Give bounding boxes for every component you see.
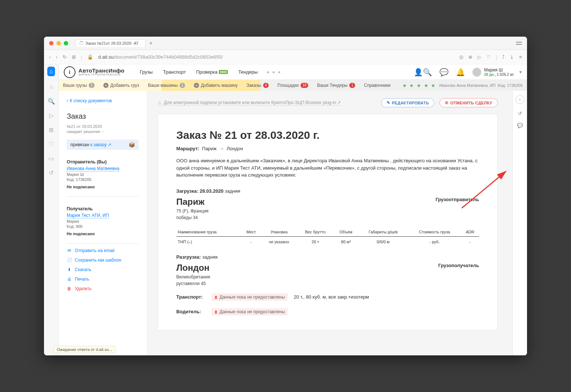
hourglass-icon: ⧗ bbox=[214, 295, 217, 300]
unloading-addr1: Великобритания bbox=[176, 274, 210, 280]
chat-icon[interactable]: 💬 bbox=[436, 68, 452, 77]
window-controls[interactable] bbox=[49, 41, 68, 45]
sender-contact: Мария Ш bbox=[67, 172, 139, 177]
loading-city: Париж bbox=[176, 197, 209, 207]
subnav-add-truck[interactable]: +Добавить машину bbox=[189, 80, 242, 91]
back-to-list[interactable]: ‹ К списку документов bbox=[67, 98, 139, 103]
consignee-label: Грузополучатель bbox=[438, 263, 479, 268]
driver-row: Водитель: ⧗Данные пока не предоставлены bbox=[176, 308, 479, 315]
package-icon: 📦 bbox=[129, 142, 135, 148]
unloading-info: Разгрузка: задняя bbox=[176, 254, 479, 260]
menu-icon[interactable] bbox=[516, 42, 522, 45]
hourglass-icon: ⧗ bbox=[214, 309, 217, 314]
star-outline-icon[interactable]: ☆ bbox=[49, 84, 54, 90]
spinner-icon bbox=[80, 41, 83, 45]
subnav-refs[interactable]: Справочники bbox=[360, 80, 395, 91]
prohibit-icon: ⊘ bbox=[445, 100, 448, 105]
warning-icon: ⚠ bbox=[158, 100, 162, 105]
zoom-icon[interactable] bbox=[64, 41, 68, 45]
nav-check[interactable]: Проверка NEW bbox=[191, 69, 233, 75]
nav-more[interactable]: ● ● ● bbox=[263, 69, 285, 75]
bars-icon[interactable]: ≡ bbox=[519, 54, 522, 60]
forward-icon[interactable]: › bbox=[56, 54, 57, 60]
action-print[interactable]: 🖨Печать bbox=[67, 277, 139, 282]
heart-outline-icon[interactable]: ♡ bbox=[49, 141, 54, 148]
nodata-badge: ⧗Данные пока не предоставлены bbox=[211, 293, 288, 301]
shield-icon[interactable]: ⊗ bbox=[468, 54, 472, 60]
grid-icon[interactable]: ⊞ bbox=[72, 54, 76, 60]
route: Маршрут: Париж → Лондон bbox=[176, 146, 479, 151]
logo-text[interactable]: АвтоТрансИнфо БИРЖА ГРУЗОПЕРЕВОЗОК bbox=[78, 68, 125, 76]
nav-tenders[interactable]: Тендеры bbox=[233, 69, 263, 75]
lock-icon: 🔒 bbox=[87, 54, 93, 60]
user-menu[interactable]: Мария Ш 28 дн., 1 026.2 ат. ▾ bbox=[469, 67, 522, 77]
action-template[interactable]: 📄Сохранить как шаблон bbox=[67, 258, 139, 263]
cancel-deal-button[interactable]: ⊘ОТМЕНИТЬ СДЕЛКУ bbox=[439, 98, 498, 107]
doc-title: Заказ № 21 от 28.03.2020 г. bbox=[176, 129, 479, 141]
unloading-addr2: руставелли 45 bbox=[176, 281, 210, 286]
document-sidebar: ‹ К списку документов Заказ №21 от 28.03… bbox=[59, 91, 147, 355]
note-icon[interactable]: ▭ bbox=[48, 155, 54, 162]
download-icon: ⬇ bbox=[67, 267, 72, 272]
plus-icon: + bbox=[194, 83, 199, 88]
sender-name[interactable]: Иванова Анна Матвеевна bbox=[67, 166, 119, 171]
action-delete[interactable]: 🗑Удалить bbox=[67, 286, 139, 291]
sidebar-heading: Заказ bbox=[67, 112, 139, 121]
rating-stars: ★ ★ ★ ★ ★ bbox=[402, 83, 436, 88]
edit-button[interactable]: ✎РЕДАКТИРОВАТЬ bbox=[381, 98, 434, 107]
share-icon[interactable]: ⤴ bbox=[502, 54, 505, 60]
browser-tab[interactable]: Заказ №21от 28.03.2020- АТ bbox=[75, 39, 145, 47]
home-icon[interactable]: ⌂ bbox=[47, 67, 55, 76]
back-icon[interactable]: ‹ bbox=[49, 54, 51, 60]
nav-cargo[interactable]: Грузы bbox=[135, 69, 158, 75]
search-icon[interactable]: 🔍 bbox=[48, 98, 55, 105]
search-nav-icon[interactable]: 👤🔍 bbox=[410, 68, 436, 77]
reload-icon[interactable]: ↻ bbox=[63, 54, 67, 60]
sender-code: Код: 1736205 bbox=[67, 177, 139, 182]
apps-icon[interactable]: ⊞ bbox=[49, 126, 54, 133]
subnav-platforms[interactable]: Площадки18 bbox=[273, 80, 313, 91]
chat-panel-icon[interactable]: 💬 bbox=[517, 123, 523, 128]
user-balance: 1 026.2 ат. bbox=[497, 73, 514, 77]
camera-icon[interactable]: ◎ bbox=[459, 54, 463, 60]
url-text[interactable]: d.ati.su/document/738a00c39e744b04888d5d… bbox=[98, 54, 223, 60]
minimize-icon[interactable] bbox=[56, 41, 61, 45]
bell-icon[interactable]: 🔔 bbox=[452, 68, 469, 77]
loading-addr1: 75 (F), Франция bbox=[176, 208, 209, 214]
play-icon[interactable]: ▷ bbox=[478, 54, 481, 60]
new-tab-button[interactable]: + bbox=[149, 40, 152, 47]
action-download[interactable]: ⬇Скачать bbox=[67, 267, 139, 272]
nodata-badge: ⧗Данные пока не предоставлены bbox=[211, 308, 288, 315]
close-icon[interactable] bbox=[49, 41, 54, 45]
action-email[interactable]: ✉Отправить на email bbox=[67, 248, 139, 253]
save-icon: 📄 bbox=[67, 258, 72, 263]
chevron-down-icon: ▾ bbox=[519, 69, 522, 75]
subnav-add-cargo[interactable]: +Добавить груз bbox=[99, 80, 144, 91]
history-panel-icon[interactable]: ↺ bbox=[518, 111, 522, 116]
collapse-icon[interactable]: ‹ bbox=[516, 95, 524, 104]
subnav-your-tenders[interactable]: Ваши Тендеры1 bbox=[313, 80, 360, 91]
right-panel: ‹ ↺ 💬 bbox=[512, 91, 527, 355]
subnav-orders[interactable]: Заказы4 bbox=[242, 80, 273, 91]
logo-icon[interactable]: i bbox=[64, 66, 75, 78]
browser-sidebar: ⌂ ☆ 🔍 ▷ ⊞ ♡ ▭ ↺ bbox=[44, 64, 59, 355]
subnav-your-cargo[interactable]: Ваши грузы1 bbox=[59, 80, 99, 91]
sub-nav: Ваши грузы1 +Добавить груз Ваши машины1 … bbox=[59, 80, 527, 91]
consigner-label: Грузоотправитель bbox=[435, 197, 479, 202]
subnav-your-trucks[interactable]: Ваши машины1 bbox=[144, 80, 189, 91]
transport-spec: 20 т., 80 куб. м, все закр.+изотерм bbox=[294, 294, 369, 300]
crypto-alert[interactable]: ⚠ Для электронной подписи установите или… bbox=[158, 100, 341, 106]
main-nav: i АвтоТрансИнфо БИРЖА ГРУЗОПЕРЕВОЗОК Гру… bbox=[59, 64, 527, 80]
order-number: №21 от 28.03.2020 bbox=[67, 124, 139, 129]
recipient-contact: Мария bbox=[67, 219, 139, 223]
nav-transport[interactable]: Транспорт bbox=[158, 69, 191, 75]
recipient-name[interactable]: Мария Тест АТИ, ИП bbox=[67, 213, 109, 218]
send-icon[interactable]: ▷ bbox=[49, 112, 54, 119]
linked-order[interactable]: привязан к заказу ↗ 📦 bbox=[67, 140, 139, 150]
url-bar: ‹ › ↻ ⊞ | 🔒 d.ati.su/document/738a00c39e… bbox=[44, 50, 527, 64]
heart-icon[interactable]: ♡ bbox=[486, 54, 491, 60]
history-icon[interactable]: ↺ bbox=[49, 169, 54, 176]
sender-label: Отправитель (Вы) bbox=[67, 159, 139, 164]
download-icon[interactable]: ⤓ bbox=[510, 54, 514, 60]
mail-icon: ✉ bbox=[67, 248, 72, 253]
